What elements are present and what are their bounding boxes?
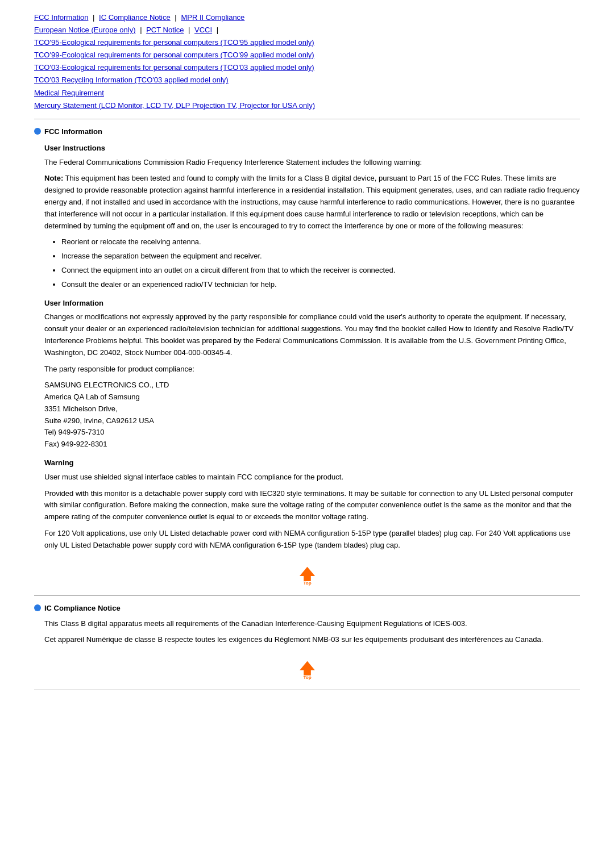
responsible-party-label: The party responsible for product compli… — [44, 364, 580, 375]
warning-text3: For 120 Volt applications, use only UL L… — [44, 528, 580, 552]
ic-text2: Cet appareil Numérique de classe B respe… — [44, 634, 580, 646]
bullet-2: Increase the separation between the equi… — [61, 251, 580, 262]
company-line-5: Fax) 949-922-8301 — [44, 439, 580, 450]
company-line-2: 3351 Michelson Drive, — [44, 403, 580, 415]
nav-link-vcci[interactable]: VCCI — [194, 26, 212, 34]
svg-marker-4 — [300, 661, 315, 670]
bullet-1: Reorient or relocate the receiving anten… — [61, 236, 580, 248]
warning-text1: User must use shielded signal interface … — [44, 471, 580, 483]
note-bold: Note: — [44, 174, 63, 182]
nav-link-pct[interactable]: PCT Notice — [146, 26, 184, 34]
fcc-section-header: FCC Information — [34, 127, 580, 136]
ic-section-header: IC Compliance Notice — [34, 604, 580, 612]
nav-link-tco95[interactable]: TCO'95-Ecological requirements for perso… — [34, 38, 314, 47]
nav-link-tco03[interactable]: TCO'03-Ecological requirements for perso… — [34, 63, 314, 72]
note-paragraph: Note: This equipment has been tested and… — [44, 173, 580, 232]
user-instructions-intro: The Federal Communications Commission Ra… — [44, 157, 580, 169]
separator-4: | — [188, 26, 190, 34]
ic-top-svg: Top — [294, 655, 320, 681]
nav-links: FCC Information | IC Compliance Notice |… — [34, 11, 580, 112]
nav-link-tco99[interactable]: TCO'99-Ecological requirements for perso… — [34, 51, 314, 59]
separator-3: | — [140, 26, 142, 34]
fcc-top-button[interactable]: Top — [294, 561, 320, 586]
fcc-content: User Instructions The Federal Communicat… — [44, 143, 580, 552]
ic-content: This Class B digital apparatus meets all… — [44, 618, 580, 646]
bullet-3: Connect the equipment into an outlet on … — [61, 265, 580, 277]
fcc-section-title: FCC Information — [44, 127, 102, 136]
company-line-3: Suite #290, Irvine, CA92612 USA — [44, 415, 580, 427]
nav-link-ic[interactable]: IC Compliance Notice — [99, 13, 171, 22]
nav-link-tco03r[interactable]: TCO'03 Recycling Information (TCO'03 app… — [34, 76, 229, 84]
ic-section-title: IC Compliance Notice — [44, 604, 121, 612]
divider-bottom — [34, 690, 580, 690]
svg-marker-1 — [300, 566, 315, 575]
divider-ic — [34, 595, 580, 596]
fcc-section: FCC Information User Instructions The Fe… — [34, 127, 580, 586]
bullet-4: Consult the dealer or an experienced rad… — [61, 279, 580, 291]
ic-top-icon-container: Top — [34, 655, 580, 681]
note-text: This equipment has been tested and found… — [44, 174, 579, 229]
svg-text:Top: Top — [303, 581, 311, 586]
company-info: SAMSUNG ELECTRONICS CO., LTD America QA … — [44, 379, 580, 450]
fcc-section-icon — [34, 128, 41, 135]
separator-1: | — [93, 13, 94, 22]
nav-link-mercury[interactable]: Mercury Statement (LCD Monitor, LCD TV, … — [34, 101, 315, 110]
company-line-0: SAMSUNG ELECTRONICS CO., LTD — [44, 379, 580, 391]
nav-link-european[interactable]: European Notice (Europe only) — [34, 26, 136, 34]
user-information-text1: Changes or modifications not expressly a… — [44, 311, 580, 358]
ic-section-icon — [34, 604, 41, 611]
company-line-4: Tel) 949-975-7310 — [44, 427, 580, 439]
separator-2: | — [175, 13, 176, 22]
ic-text1: This Class B digital apparatus meets all… — [44, 618, 580, 630]
warning-heading: Warning — [44, 457, 580, 469]
nav-link-mpr[interactable]: MPR II Compliance — [181, 13, 244, 22]
separator-5: | — [217, 26, 218, 34]
fcc-top-svg: Top — [294, 561, 320, 586]
company-line-1: America QA Lab of Samsung — [44, 391, 580, 403]
fcc-bullet-list: Reorient or relocate the receiving anten… — [61, 236, 580, 290]
fcc-top-icon-container: Top — [34, 561, 580, 586]
divider-top — [34, 119, 580, 119]
svg-text:Top: Top — [303, 675, 311, 681]
ic-section: IC Compliance Notice This Class B digita… — [34, 604, 580, 681]
user-instructions-heading: User Instructions — [44, 143, 580, 155]
nav-link-medical[interactable]: Medical Requirement — [34, 89, 104, 97]
nav-link-fcc[interactable]: FCC Information — [34, 13, 88, 22]
ic-top-button[interactable]: Top — [294, 655, 320, 681]
user-information-heading: User Information — [44, 298, 580, 310]
warning-text2: Provided with this monitor is a detachab… — [44, 488, 580, 523]
